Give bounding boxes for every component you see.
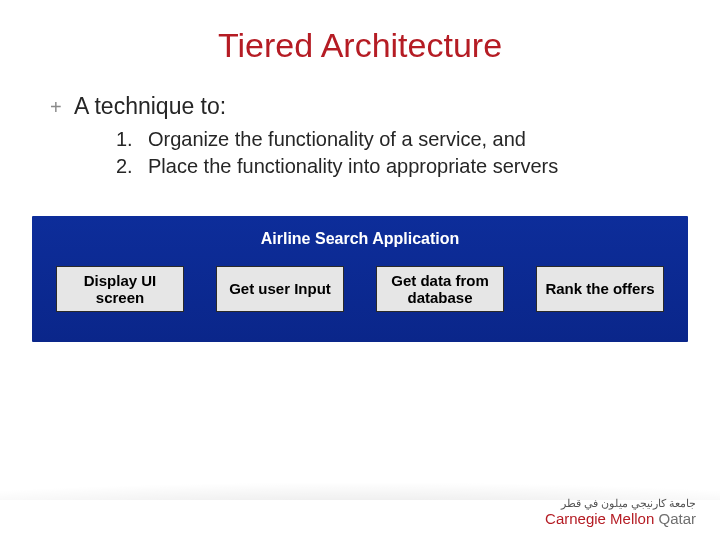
list-item: 1. Organize the functionality of a servi… [116, 126, 670, 153]
diagram-title: Airline Search Application [56, 230, 664, 248]
list-text: Organize the functionality of a service,… [148, 126, 526, 153]
slide-title: Tiered Architecture [0, 0, 720, 65]
list-number: 2. [116, 153, 138, 180]
bullet-text: A technique to: [74, 93, 226, 120]
content-area: + A technique to: 1. Organize the functi… [0, 65, 720, 180]
logo-carnegie-mellon: Carnegie Mellon [545, 510, 654, 527]
list-number: 1. [116, 126, 138, 153]
component-box: Get data from database [376, 266, 504, 312]
ordered-list: 1. Organize the functionality of a servi… [50, 126, 670, 180]
component-box: Rank the offers [536, 266, 664, 312]
footer-logo: جامعة كارنيجي ميلون في قطر Carnegie Mell… [545, 498, 696, 526]
diagram-boxes: Display UI screen Get user Input Get dat… [56, 266, 664, 312]
component-box: Get user Input [216, 266, 344, 312]
component-box: Display UI screen [56, 266, 184, 312]
logo-arabic-text: جامعة كارنيجي ميلون في قطر [545, 498, 696, 509]
plus-icon: + [50, 96, 64, 119]
logo-english-text: Carnegie Mellon Qatar [545, 511, 696, 526]
logo-qatar: Qatar [654, 510, 696, 527]
list-text: Place the functionality into appropriate… [148, 153, 558, 180]
bullet-item: + A technique to: [50, 93, 670, 120]
list-item: 2. Place the functionality into appropri… [116, 153, 670, 180]
decorative-swoosh [0, 440, 720, 500]
application-diagram: Airline Search Application Display UI sc… [32, 216, 688, 342]
